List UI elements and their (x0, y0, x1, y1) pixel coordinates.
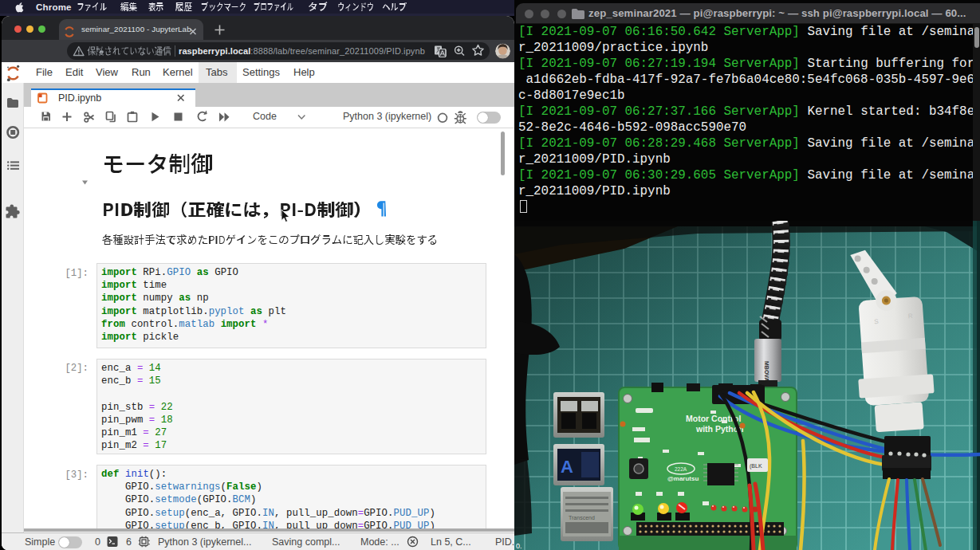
svg-text:222A: 222A (675, 466, 687, 472)
svg-text:@marutsu: @marutsu (667, 475, 699, 482)
svg-text:MBOVA: MBOVA (764, 361, 769, 382)
svg-text:(BLK: (BLK (750, 463, 762, 469)
svg-text:R: R (908, 312, 914, 320)
svg-text:A: A (561, 457, 573, 477)
svg-text:S: S (874, 318, 879, 325)
svg-text:Transcend: Transcend (569, 515, 595, 521)
svg-text:0.: 0. (516, 542, 522, 550)
